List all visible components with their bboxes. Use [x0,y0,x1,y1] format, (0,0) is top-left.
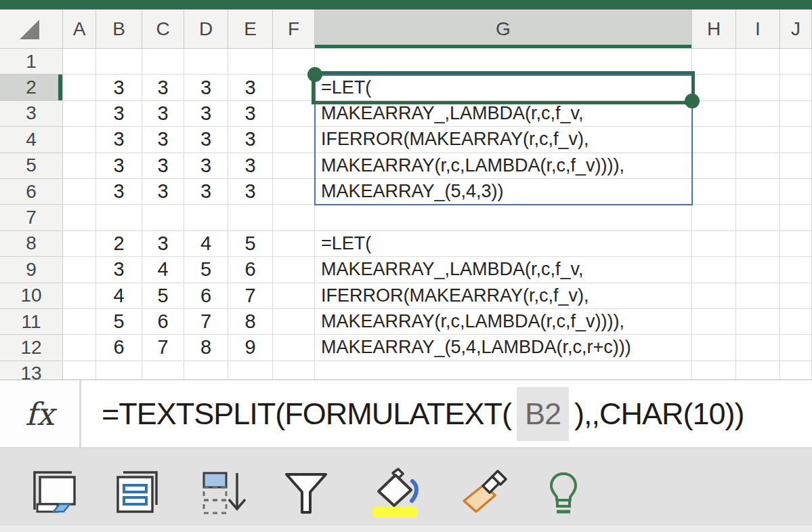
cell-H8[interactable] [692,231,736,257]
cell-E1[interactable] [228,49,273,75]
column-header-H[interactable]: H [692,9,736,49]
cell-F9[interactable] [273,257,315,283]
cell-E12[interactable]: 9 [228,335,273,361]
cell-B5[interactable]: 3 [96,153,142,179]
cell-I8[interactable] [736,231,780,257]
cell-F4[interactable] [273,127,315,152]
cell-D2[interactable]: 3 [184,75,228,100]
cell-A6[interactable] [63,179,96,205]
cell-C7[interactable] [142,205,184,230]
column-header-C[interactable]: C [142,9,184,49]
formula-cell-reference[interactable]: B2 [517,387,569,441]
cell-J5[interactable] [780,153,812,179]
cell-B11[interactable]: 5 [96,309,142,335]
cell-F3[interactable] [273,101,315,127]
cell-A8[interactable] [63,231,96,257]
cell-D5[interactable]: 3 [184,153,228,179]
cell-C5[interactable]: 3 [142,153,184,179]
cell-F11[interactable] [273,309,315,335]
cell-G6[interactable]: MAKEARRAY_(5,4,3)) [315,179,692,205]
column-header-D[interactable]: D [184,9,228,49]
row-header-12[interactable]: 12 [0,335,63,361]
cell-J3[interactable] [780,101,812,127]
cell-B12[interactable]: 6 [96,335,142,361]
cell-H4[interactable] [692,127,736,152]
cell-B4[interactable]: 3 [96,127,142,152]
row-header-13[interactable]: 13 [0,361,63,380]
cell-G13[interactable] [315,361,692,380]
cell-E2[interactable]: 3 [228,75,273,100]
cell-I7[interactable] [736,205,780,230]
cell-E9[interactable]: 6 [228,257,273,283]
cell-E3[interactable]: 3 [228,101,273,127]
cell-E11[interactable]: 8 [228,309,273,335]
column-header-G[interactable]: G [315,9,692,49]
cell-B2[interactable]: 3 [96,75,142,100]
cell-F13[interactable] [273,361,315,380]
cell-I12[interactable] [736,335,780,361]
cell-F7[interactable] [273,205,315,230]
cell-A2[interactable] [63,75,96,100]
cell-I6[interactable] [736,179,780,205]
cell-H10[interactable] [692,283,736,309]
row-header-11[interactable]: 11 [0,309,63,335]
column-header-B[interactable]: B [96,9,142,49]
cell-E13[interactable] [228,361,273,380]
overlapping-windows-button[interactable] [28,466,80,521]
selection-handle-bottom-right[interactable] [685,94,700,108]
cell-A5[interactable] [63,153,96,179]
formula-input[interactable]: =TEXTSPLIT(FORMULATEXT( B2 ),,CHAR(10)) [81,380,812,448]
cell-A11[interactable] [63,309,96,335]
cell-G4[interactable]: IFERROR(MAKEARRAY(r,c,f_v), [315,127,692,152]
cell-G11[interactable]: MAKEARRAY(r,c,LAMBDA(r,c,f_v)))), [315,309,692,335]
cell-F12[interactable] [273,335,315,361]
row-header-10[interactable]: 10 [0,283,63,309]
cell-E5[interactable]: 3 [228,153,273,179]
row-header-9[interactable]: 9 [0,257,63,283]
card-view-button[interactable] [111,466,163,521]
column-header-E[interactable]: E [228,9,273,49]
selection-handle-top-left[interactable] [307,67,322,82]
cell-J2[interactable] [780,75,812,100]
cell-F10[interactable] [273,283,315,309]
cell-E7[interactable] [228,205,273,230]
cell-C8[interactable]: 3 [142,231,184,257]
cell-C9[interactable]: 4 [142,257,184,283]
fx-icon[interactable]: fx [0,380,81,448]
cell-J12[interactable] [780,335,812,361]
cell-H9[interactable] [692,257,736,283]
cell-F6[interactable] [273,179,315,205]
cell-A13[interactable] [63,361,96,380]
cell-B1[interactable] [96,49,142,75]
clear-format-brush-button[interactable] [458,466,510,521]
cell-H12[interactable] [692,335,736,361]
cell-C3[interactable]: 3 [142,101,184,127]
cell-I5[interactable] [736,153,780,179]
cell-I4[interactable] [736,127,780,152]
row-header-7[interactable]: 7 [0,205,63,230]
cell-E4[interactable]: 3 [228,127,273,152]
cell-D12[interactable]: 8 [184,335,228,361]
cell-I1[interactable] [736,49,780,75]
cell-E10[interactable]: 7 [228,283,273,309]
cell-D7[interactable] [184,205,228,230]
cell-J11[interactable] [780,309,812,335]
row-header-1[interactable]: 1 [0,49,63,75]
cell-C11[interactable]: 6 [142,309,184,335]
cell-A4[interactable] [63,127,96,152]
cell-B6[interactable]: 3 [96,179,142,205]
cell-G5[interactable]: MAKEARRAY(r,c,LAMBDA(r,c,f_v)))), [315,153,692,179]
cell-G8[interactable]: =LET( [315,231,692,257]
cell-B9[interactable]: 3 [96,257,142,283]
cell-J10[interactable] [780,283,812,309]
cell-D8[interactable]: 4 [184,231,228,257]
cell-D13[interactable] [184,361,228,380]
cell-H1[interactable] [692,49,736,75]
cell-C10[interactable]: 5 [142,283,184,309]
cell-G10[interactable]: IFERROR(MAKEARRAY(r,c,f_v), [315,283,692,309]
column-header-F[interactable]: F [273,9,315,49]
cell-C6[interactable]: 3 [142,179,184,205]
cell-H3[interactable] [692,101,736,127]
cell-B7[interactable] [96,205,142,230]
cell-A10[interactable] [63,283,96,309]
